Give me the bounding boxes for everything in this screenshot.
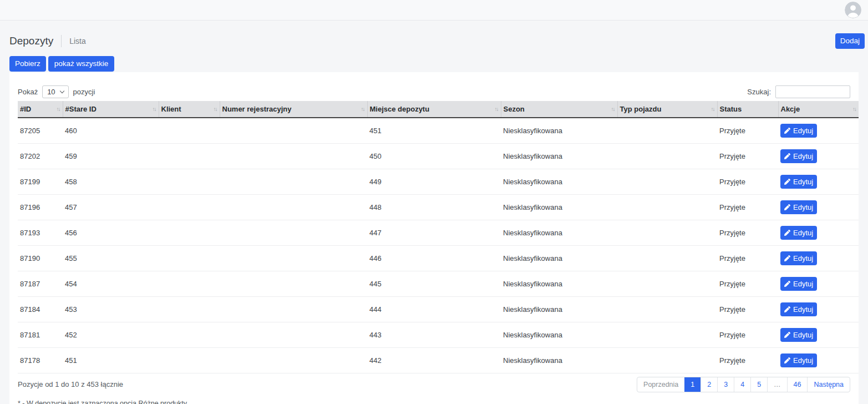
edit-button[interactable]: Edytuj xyxy=(780,175,817,189)
table-body: 87205 460 451 Niesklasyfikowana Przyjęte… xyxy=(18,118,859,373)
edit-button[interactable]: Edytuj xyxy=(780,302,817,316)
cell-numer-rejestracyjny xyxy=(220,322,367,347)
cell-status: Przyjęte xyxy=(717,322,778,347)
pagination-next[interactable]: Następna xyxy=(807,377,850,392)
cell-id: 87199 xyxy=(18,169,63,194)
column-header-sezon[interactable]: Sezon ↑↓ xyxy=(501,101,617,118)
pencil-icon xyxy=(784,230,790,236)
cell-sezon: Niesklasyfikowana xyxy=(501,169,617,194)
cell-numer-rejestracyjny xyxy=(220,245,367,271)
cell-miejsce-depozytu: 442 xyxy=(367,347,501,373)
cell-sezon: Niesklasyfikowana xyxy=(501,194,617,220)
cell-id: 87196 xyxy=(18,194,63,220)
cell-klient xyxy=(159,322,220,347)
cell-sezon: Niesklasyfikowana xyxy=(501,220,617,245)
column-header-numer-rejestracyjny[interactable]: Numer rejestracyjny ↑↓ xyxy=(220,101,367,118)
pagination-page[interactable]: 1 xyxy=(684,377,701,392)
cell-akcje: Edytuj xyxy=(778,347,859,373)
cell-miejsce-depozytu: 449 xyxy=(367,169,501,194)
cell-sezon: Niesklasyfikowana xyxy=(501,245,617,271)
user-avatar[interactable] xyxy=(845,2,861,18)
cell-typ-pojazdu xyxy=(617,245,717,271)
cell-sezon: Niesklasyfikowana xyxy=(501,347,617,373)
pagination-page[interactable]: 3 xyxy=(717,377,734,392)
column-header-status[interactable]: Status xyxy=(717,101,778,118)
table-header-row: #ID ↑↓ #Stare ID ↑↓ Klient ↑↓ Numer reje… xyxy=(18,101,859,118)
cell-klient xyxy=(159,169,220,194)
cell-miejsce-depozytu: 446 xyxy=(367,245,501,271)
cell-stare-id: 455 xyxy=(63,245,159,271)
column-header-stare-id[interactable]: #Stare ID ↑↓ xyxy=(63,101,159,118)
cell-miejsce-depozytu: 450 xyxy=(367,143,501,169)
pencil-icon xyxy=(784,204,790,210)
edit-button[interactable]: Edytuj xyxy=(780,354,817,367)
edit-button[interactable]: Edytuj xyxy=(780,251,817,265)
table-row: 87202 459 450 Niesklasyfikowana Przyjęte… xyxy=(18,143,859,169)
pencil-icon xyxy=(784,255,790,261)
pencil-icon xyxy=(784,357,790,363)
column-header-miejsce-depozytu[interactable]: Miejsce depozytu ↑↓ xyxy=(367,101,501,118)
column-header-klient[interactable]: Klient ↑↓ xyxy=(159,101,220,118)
sort-icon: ↑↓ xyxy=(361,106,364,112)
edit-button[interactable]: Edytuj xyxy=(780,149,817,163)
cell-klient xyxy=(159,118,220,144)
cell-stare-id: 452 xyxy=(63,322,159,347)
cell-numer-rejestracyjny xyxy=(220,347,367,373)
sort-icon: ↑↓ xyxy=(852,106,856,112)
cell-stare-id: 457 xyxy=(63,194,159,220)
edit-button[interactable]: Edytuj xyxy=(780,328,817,342)
cell-klient xyxy=(159,296,220,322)
column-header-label: Typ pojazdu xyxy=(620,105,662,113)
cell-klient xyxy=(159,347,220,373)
download-button[interactable]: Pobierz xyxy=(9,56,46,72)
pagination-previous[interactable]: Poprzednia xyxy=(637,377,684,392)
pagination-page[interactable]: 4 xyxy=(734,377,750,392)
cell-numer-rejestracyjny xyxy=(220,118,367,144)
cell-id: 87205 xyxy=(18,118,63,144)
cell-akcje: Edytuj xyxy=(778,194,859,220)
cell-miejsce-depozytu: 445 xyxy=(367,271,501,296)
search-input[interactable] xyxy=(775,85,850,98)
column-header-label: Status xyxy=(720,105,742,113)
edit-button-label: Edytuj xyxy=(793,357,813,364)
pagination-page[interactable]: … xyxy=(767,377,787,392)
cell-stare-id: 456 xyxy=(63,220,159,245)
cell-status: Przyjęte xyxy=(717,220,778,245)
pencil-icon xyxy=(784,153,790,159)
sort-icon: ↑↓ xyxy=(214,106,217,112)
add-button[interactable]: Dodaj xyxy=(835,33,865,49)
cell-status: Przyjęte xyxy=(717,245,778,271)
pagination-page[interactable]: 46 xyxy=(787,377,808,392)
pagination-page[interactable]: 2 xyxy=(701,377,717,392)
chevron-down-icon xyxy=(59,88,64,93)
column-header-akcje[interactable]: Akcje ↑↓ xyxy=(778,101,859,118)
cell-id: 87178 xyxy=(18,347,63,373)
page-length-control: Pokaż 10 pozycji xyxy=(18,85,95,98)
cell-id: 87193 xyxy=(18,220,63,245)
title-divider xyxy=(61,35,62,47)
table-row: 87184 453 444 Niesklasyfikowana Przyjęte… xyxy=(18,296,859,322)
column-header-typ-pojazdu[interactable]: Typ pojazdu ↑↓ xyxy=(617,101,717,118)
pagination-page[interactable]: 5 xyxy=(750,377,767,392)
edit-button[interactable]: Edytuj xyxy=(780,277,817,291)
column-header-id[interactable]: #ID ↑↓ xyxy=(18,101,63,118)
topbar xyxy=(0,0,868,21)
cell-id: 87184 xyxy=(18,296,63,322)
table-row: 87196 457 448 Niesklasyfikowana Przyjęte… xyxy=(18,194,859,220)
cell-status: Przyjęte xyxy=(717,347,778,373)
show-all-button[interactable]: pokaż wszystkie xyxy=(48,56,115,72)
table-row: 87205 460 451 Niesklasyfikowana Przyjęte… xyxy=(18,118,859,144)
table-row: 87178 451 442 Niesklasyfikowana Przyjęte… xyxy=(18,347,859,373)
edit-button[interactable]: Edytuj xyxy=(780,200,817,214)
cell-numer-rejestracyjny xyxy=(220,169,367,194)
page-title: Depozyty xyxy=(9,35,53,47)
edit-button[interactable]: Edytuj xyxy=(780,124,817,138)
cell-sezon: Niesklasyfikowana xyxy=(501,143,617,169)
cell-typ-pojazdu xyxy=(617,220,717,245)
edit-button[interactable]: Edytuj xyxy=(780,226,817,240)
page-size-select[interactable]: 10 xyxy=(42,85,68,98)
cell-stare-id: 454 xyxy=(63,271,159,296)
pencil-icon xyxy=(784,332,790,338)
cell-typ-pojazdu xyxy=(617,322,717,347)
cell-numer-rejestracyjny xyxy=(220,194,367,220)
